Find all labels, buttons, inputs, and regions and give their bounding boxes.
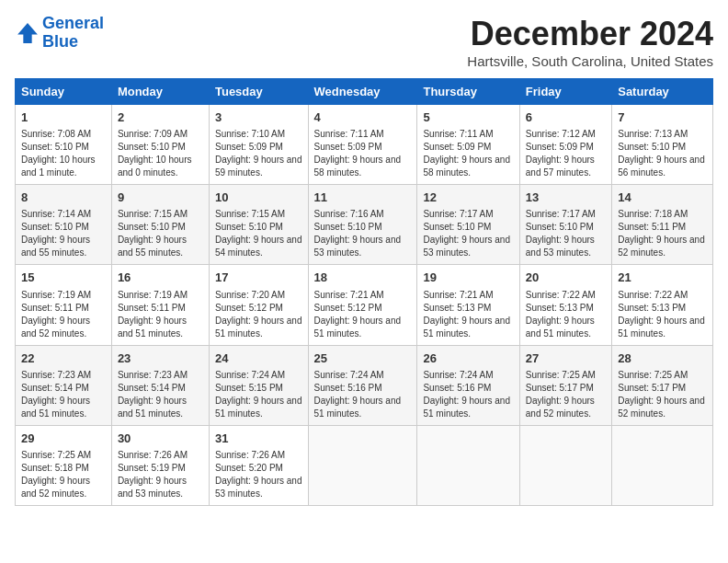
day-number: 20: [526, 270, 606, 286]
day-number: 18: [314, 270, 412, 286]
day-info: Sunrise: 7:17 AMSunset: 5:10 PMDaylight:…: [526, 208, 606, 259]
day-info: Sunrise: 7:11 AMSunset: 5:09 PMDaylight:…: [314, 128, 412, 179]
calendar-cell: 16Sunrise: 7:19 AMSunset: 5:11 PMDayligh…: [111, 265, 209, 345]
day-info: Sunrise: 7:15 AMSunset: 5:10 PMDaylight:…: [118, 208, 203, 259]
col-header-sunday: Sunday: [16, 79, 112, 105]
day-info: Sunrise: 7:21 AMSunset: 5:13 PMDaylight:…: [423, 289, 513, 340]
logo-line2: Blue: [42, 32, 78, 51]
calendar-subtitle: Hartsville, South Carolina, United State…: [467, 53, 713, 69]
day-info: Sunrise: 7:22 AMSunset: 5:13 PMDaylight:…: [526, 289, 606, 340]
calendar-cell: [519, 425, 611, 505]
day-info: Sunrise: 7:11 AMSunset: 5:09 PMDaylight:…: [423, 128, 513, 179]
col-header-friday: Friday: [519, 79, 611, 105]
day-number: 11: [314, 190, 412, 206]
day-number: 9: [118, 190, 203, 206]
day-number: 22: [21, 350, 106, 367]
calendar-cell: 30Sunrise: 7:26 AMSunset: 5:19 PMDayligh…: [111, 425, 209, 505]
week-row-4: 22Sunrise: 7:23 AMSunset: 5:14 PMDayligh…: [16, 345, 713, 425]
logo-text: General Blue: [42, 15, 104, 52]
day-info: Sunrise: 7:24 AMSunset: 5:15 PMDaylight:…: [215, 369, 302, 420]
logo-icon: [15, 20, 40, 46]
day-number: 13: [526, 190, 606, 206]
day-number: 30: [118, 431, 203, 447]
day-info: Sunrise: 7:25 AMSunset: 5:18 PMDaylight:…: [21, 449, 106, 500]
day-info: Sunrise: 7:17 AMSunset: 5:10 PMDaylight:…: [423, 208, 513, 259]
calendar-cell: 10Sunrise: 7:15 AMSunset: 5:10 PMDayligh…: [209, 185, 308, 265]
day-info: Sunrise: 7:14 AMSunset: 5:10 PMDaylight:…: [21, 208, 106, 259]
calendar-cell: 22Sunrise: 7:23 AMSunset: 5:14 PMDayligh…: [16, 345, 112, 425]
calendar-cell: 21Sunrise: 7:22 AMSunset: 5:13 PMDayligh…: [612, 265, 713, 345]
day-number: 7: [618, 109, 707, 126]
calendar-cell: 29Sunrise: 7:25 AMSunset: 5:18 PMDayligh…: [16, 425, 112, 505]
calendar-cell: [417, 425, 519, 505]
calendar-cell: 13Sunrise: 7:17 AMSunset: 5:10 PMDayligh…: [519, 185, 611, 265]
day-number: 1: [21, 109, 106, 126]
logo-line1: General: [42, 14, 104, 32]
calendar-cell: 15Sunrise: 7:19 AMSunset: 5:11 PMDayligh…: [16, 265, 112, 345]
day-number: 12: [423, 190, 513, 206]
col-header-monday: Monday: [111, 79, 209, 105]
col-header-wednesday: Wednesday: [308, 79, 417, 105]
day-info: Sunrise: 7:25 AMSunset: 5:17 PMDaylight:…: [526, 369, 606, 420]
calendar-cell: 31Sunrise: 7:26 AMSunset: 5:20 PMDayligh…: [209, 425, 308, 505]
calendar-cell: 18Sunrise: 7:21 AMSunset: 5:12 PMDayligh…: [308, 265, 417, 345]
calendar-cell: [308, 425, 417, 505]
calendar-header-row: SundayMondayTuesdayWednesdayThursdayFrid…: [16, 79, 713, 105]
calendar-title: December 2024: [467, 15, 713, 53]
calendar-cell: 11Sunrise: 7:16 AMSunset: 5:10 PMDayligh…: [308, 185, 417, 265]
day-number: 27: [526, 350, 606, 367]
col-header-saturday: Saturday: [612, 79, 713, 105]
calendar-cell: 7Sunrise: 7:13 AMSunset: 5:10 PMDaylight…: [612, 105, 713, 185]
calendar-cell: 12Sunrise: 7:17 AMSunset: 5:10 PMDayligh…: [417, 185, 519, 265]
calendar-cell: 19Sunrise: 7:21 AMSunset: 5:13 PMDayligh…: [417, 265, 519, 345]
day-info: Sunrise: 7:22 AMSunset: 5:13 PMDaylight:…: [618, 289, 707, 340]
calendar-cell: 17Sunrise: 7:20 AMSunset: 5:12 PMDayligh…: [209, 265, 308, 345]
day-number: 14: [618, 190, 707, 206]
day-number: 4: [314, 109, 412, 126]
day-number: 16: [118, 270, 203, 286]
day-number: 26: [423, 350, 513, 367]
day-info: Sunrise: 7:26 AMSunset: 5:20 PMDaylight:…: [215, 449, 302, 500]
day-info: Sunrise: 7:18 AMSunset: 5:11 PMDaylight:…: [618, 208, 707, 259]
day-number: 5: [423, 109, 513, 126]
day-info: Sunrise: 7:09 AMSunset: 5:10 PMDaylight:…: [118, 128, 203, 179]
col-header-thursday: Thursday: [417, 79, 519, 105]
day-number: 10: [215, 190, 302, 206]
calendar-cell: 24Sunrise: 7:24 AMSunset: 5:15 PMDayligh…: [209, 345, 308, 425]
day-number: 15: [21, 270, 106, 286]
calendar-cell: 26Sunrise: 7:24 AMSunset: 5:16 PMDayligh…: [417, 345, 519, 425]
day-info: Sunrise: 7:24 AMSunset: 5:16 PMDaylight:…: [314, 369, 412, 420]
title-block: December 2024 Hartsville, South Carolina…: [467, 15, 713, 69]
day-info: Sunrise: 7:19 AMSunset: 5:11 PMDaylight:…: [118, 289, 203, 340]
calendar-cell: 6Sunrise: 7:12 AMSunset: 5:09 PMDaylight…: [519, 105, 611, 185]
day-info: Sunrise: 7:20 AMSunset: 5:12 PMDaylight:…: [215, 289, 302, 340]
week-row-5: 29Sunrise: 7:25 AMSunset: 5:18 PMDayligh…: [16, 425, 713, 505]
calendar-cell: 3Sunrise: 7:10 AMSunset: 5:09 PMDaylight…: [209, 105, 308, 185]
day-number: 19: [423, 270, 513, 286]
day-number: 2: [118, 109, 203, 126]
col-header-tuesday: Tuesday: [209, 79, 308, 105]
day-number: 23: [118, 350, 203, 367]
calendar-cell: 2Sunrise: 7:09 AMSunset: 5:10 PMDaylight…: [111, 105, 209, 185]
day-number: 17: [215, 270, 302, 286]
week-row-1: 1Sunrise: 7:08 AMSunset: 5:10 PMDaylight…: [16, 105, 713, 185]
day-info: Sunrise: 7:25 AMSunset: 5:17 PMDaylight:…: [618, 369, 707, 420]
day-info: Sunrise: 7:19 AMSunset: 5:11 PMDaylight:…: [21, 289, 106, 340]
day-info: Sunrise: 7:23 AMSunset: 5:14 PMDaylight:…: [21, 369, 106, 420]
day-info: Sunrise: 7:10 AMSunset: 5:09 PMDaylight:…: [215, 128, 302, 179]
day-number: 25: [314, 350, 412, 367]
day-number: 24: [215, 350, 302, 367]
day-number: 31: [215, 431, 302, 447]
day-number: 3: [215, 109, 302, 126]
calendar-cell: 5Sunrise: 7:11 AMSunset: 5:09 PMDaylight…: [417, 105, 519, 185]
day-info: Sunrise: 7:12 AMSunset: 5:09 PMDaylight:…: [526, 128, 606, 179]
day-number: 8: [21, 190, 106, 206]
calendar-cell: 1Sunrise: 7:08 AMSunset: 5:10 PMDaylight…: [16, 105, 112, 185]
calendar-table: SundayMondayTuesdayWednesdayThursdayFrid…: [15, 78, 713, 506]
day-info: Sunrise: 7:24 AMSunset: 5:16 PMDaylight:…: [423, 369, 513, 420]
day-info: Sunrise: 7:08 AMSunset: 5:10 PMDaylight:…: [21, 128, 106, 179]
day-info: Sunrise: 7:16 AMSunset: 5:10 PMDaylight:…: [314, 208, 412, 259]
day-info: Sunrise: 7:26 AMSunset: 5:19 PMDaylight:…: [118, 449, 203, 500]
day-info: Sunrise: 7:23 AMSunset: 5:14 PMDaylight:…: [118, 369, 203, 420]
calendar-cell: [612, 425, 713, 505]
